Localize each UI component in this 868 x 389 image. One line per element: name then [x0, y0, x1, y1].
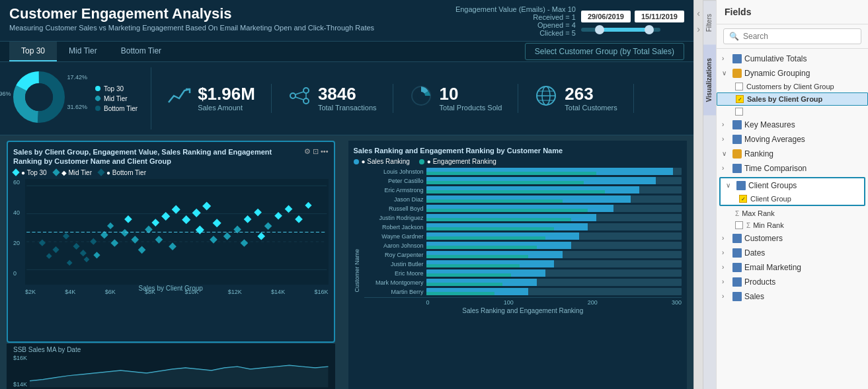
- table-icon: [732, 234, 742, 243]
- svg-rect-29: [121, 229, 129, 236]
- sales-amount-value: $1.96M: [198, 85, 255, 102]
- svg-line-7: [296, 92, 303, 94]
- legend-bottom: Bottom Tier: [104, 105, 138, 112]
- bar-legend-engagement: ● Engagement Ranking: [427, 158, 496, 165]
- legend-top30: Top 30: [104, 85, 124, 92]
- svg-rect-46: [285, 205, 293, 213]
- donut-chart-area: 50.96% 17.42% 31.62% Top 30 Mid Tier Bot…: [9, 67, 151, 129]
- transactions-value: 3846: [318, 85, 377, 102]
- date-start-button[interactable]: 29/06/2019: [581, 11, 631, 22]
- svg-rect-48: [305, 201, 311, 208]
- svg-rect-37: [192, 208, 201, 217]
- section-cumulative[interactable]: › Cumulative Totals: [717, 52, 868, 66]
- sigma-icon: Σ: [735, 210, 739, 217]
- donut-chart: [9, 67, 69, 127]
- tab-top30[interactable]: Top 30: [9, 42, 57, 61]
- checkbox-min-rank[interactable]: [735, 221, 743, 229]
- section-key-measures[interactable]: › Key Measures: [717, 118, 868, 132]
- fields-search-input[interactable]: [743, 32, 855, 41]
- svg-rect-21: [39, 239, 46, 246]
- item-max-rank[interactable]: Σ Max Rank: [717, 207, 868, 219]
- filter-icon[interactable]: ⚙: [304, 147, 311, 156]
- expand-icon[interactable]: ⊡: [313, 147, 319, 156]
- checkbox-another[interactable]: [735, 108, 743, 116]
- svg-line-8: [296, 97, 303, 100]
- svg-point-6: [303, 98, 309, 104]
- collapse-left-arrow[interactable]: ‹: [694, 5, 703, 21]
- more-icon[interactable]: •••: [321, 147, 329, 156]
- item-another[interactable]: [717, 106, 868, 118]
- checkbox-sales-client-group[interactable]: ✓: [736, 95, 744, 103]
- svg-rect-56: [155, 236, 163, 244]
- item-customers-by-client-group[interactable]: Customers by Client Group: [717, 81, 868, 92]
- tab-midtier[interactable]: Mid Tier: [57, 42, 109, 61]
- svg-rect-30: [131, 236, 139, 244]
- received-label: Received = 1: [455, 13, 576, 21]
- bar-chart-row: Russell Boyd: [364, 205, 682, 212]
- fields-panel: Fields 🔍 › Cumulative Totals ∨ Dynamic G…: [716, 0, 868, 389]
- svg-rect-57: [169, 242, 177, 250]
- svg-rect-52: [84, 256, 90, 262]
- section-sales[interactable]: › Sales: [717, 289, 868, 304]
- section-ranking[interactable]: ∨ Ranking: [717, 147, 868, 161]
- engagement-slider[interactable]: [581, 28, 684, 32]
- table-icon: [732, 292, 742, 301]
- svg-rect-61: [257, 232, 265, 240]
- svg-rect-54: [107, 222, 114, 229]
- bar-chart-container: Sales Ranking and Engagement Ranking by …: [348, 141, 688, 389]
- svg-rect-22: [52, 246, 59, 253]
- date-end-button[interactable]: 15/11/2019: [635, 11, 684, 22]
- checkbox-customers-client-group[interactable]: [735, 83, 743, 90]
- expand-icon: ›: [722, 55, 730, 63]
- y-tick-0: 0: [13, 270, 20, 277]
- stat-customers: 263 Total Customers: [518, 84, 633, 113]
- svg-rect-28: [110, 239, 118, 247]
- bottom-chart-container: SSB Sales MA by Date $16K $14K: [7, 343, 335, 389]
- bar-chart-row: Eric Moore: [364, 269, 682, 277]
- section-customers[interactable]: › Customers: [717, 231, 868, 246]
- section-client-groups[interactable]: ∨ Client Groups: [721, 178, 864, 193]
- expand-icon: ∨: [722, 69, 730, 77]
- tab-bottomtier[interactable]: Bottom Tier: [109, 42, 173, 61]
- fields-header: Fields: [717, 0, 868, 24]
- svg-rect-33: [151, 219, 159, 227]
- bar-legend-sales: ● Sales Ranking: [362, 158, 410, 165]
- bar-chart-row: Robert Jackson: [364, 223, 682, 230]
- table-icon: [732, 248, 742, 258]
- checkbox-client-group[interactable]: ✓: [739, 195, 747, 203]
- scatter-chart-container: Sales by Client Group, Engagement Value,…: [7, 141, 335, 343]
- engagement-label: Engagement Value (Emails) - Max 10: [455, 5, 576, 13]
- svg-rect-58: [196, 225, 204, 234]
- item-sales-by-client-group[interactable]: ✓ Sales by Client Group: [717, 92, 868, 106]
- section-moving-avg[interactable]: › Moving Averages: [717, 132, 868, 147]
- svg-rect-38: [202, 201, 211, 210]
- bar-chart-row: Mark Montgomery: [364, 279, 682, 286]
- nav-tabs: Top 30 Mid Tier Bottom Tier Select Custo…: [0, 42, 693, 62]
- chart-icon: [732, 149, 742, 159]
- scatter-legend-bottom: ● Bottom Tier: [106, 169, 146, 176]
- collapse-right-arrow[interactable]: ›: [694, 21, 703, 37]
- section-time-comparison[interactable]: › Time Comparison: [717, 161, 868, 176]
- expand-icon: ›: [722, 164, 730, 172]
- side-btn-visualizations[interactable]: Visualizations: [703, 45, 716, 116]
- y-axis-customer-name: Customer Name: [354, 249, 360, 293]
- item-min-rank[interactable]: Σ Min Rank: [717, 219, 868, 231]
- svg-rect-36: [182, 215, 190, 224]
- stat-transactions: 3846 Total Transactions: [272, 84, 393, 113]
- midtier-pct: 31.62%: [67, 104, 87, 110]
- stat-sales-amount: $1.96M Sales Amount: [151, 84, 272, 113]
- bar-chart-row: Jason Diaz: [364, 195, 682, 203]
- page-subtitle: Measuring Customer Sales vs Marketing En…: [9, 24, 374, 32]
- section-dates[interactable]: › Dates: [717, 246, 868, 260]
- products-sold-value: 10: [440, 85, 502, 102]
- section-products[interactable]: › Products: [717, 275, 868, 289]
- side-btn-filters[interactable]: Filters: [703, 0, 716, 45]
- expand-icon: ›: [722, 121, 730, 129]
- customer-group-dropdown[interactable]: Select Customer Group (by Total Sales): [525, 43, 684, 60]
- table-icon: [732, 277, 742, 287]
- section-email-marketing[interactable]: › Email Marketing: [717, 260, 868, 275]
- stat-products: 10 Total Products Sold: [393, 84, 519, 113]
- section-dynamic[interactable]: ∨ Dynamic Grouping: [717, 66, 868, 81]
- item-client-group[interactable]: ✓ Client Group: [721, 193, 864, 205]
- customers-label: Total Customers: [565, 104, 617, 112]
